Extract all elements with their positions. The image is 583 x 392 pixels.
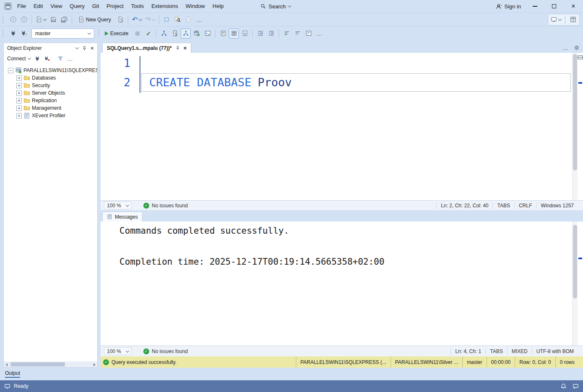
tree-expand-icon[interactable] bbox=[16, 113, 22, 119]
include-actual-plan-toggle[interactable] bbox=[181, 28, 191, 39]
menu-tools[interactable]: Tools bbox=[127, 0, 148, 13]
new-query-button[interactable]: New Query bbox=[75, 15, 114, 25]
menu-file[interactable]: File bbox=[13, 0, 30, 13]
messages-zoom-dropdown[interactable]: 100 % bbox=[104, 347, 132, 355]
tree-item-xevent-profiler[interactable]: XEvent Profiler bbox=[4, 112, 97, 119]
line-ending-status[interactable]: CRLF bbox=[514, 202, 536, 209]
scrollbar-thumb[interactable] bbox=[573, 225, 577, 299]
showplan-button[interactable] bbox=[159, 28, 169, 39]
maximize-button[interactable] bbox=[544, 0, 564, 13]
output-tab[interactable]: Output bbox=[5, 370, 20, 378]
selection-tool-button[interactable] bbox=[162, 15, 172, 25]
find-in-files-button[interactable] bbox=[173, 15, 183, 25]
close-panel-icon[interactable]: × bbox=[91, 45, 94, 51]
query-document-tab[interactable]: SQLQuery1.s...mpalu (77))* × bbox=[102, 43, 191, 53]
tree-item-security[interactable]: Security bbox=[4, 82, 97, 89]
editor-health-status[interactable]: No issues found bbox=[143, 203, 188, 209]
parse-button[interactable] bbox=[143, 28, 153, 39]
close-tab-icon[interactable]: × bbox=[184, 45, 187, 51]
tabs-mode-status[interactable]: TABS bbox=[485, 348, 507, 355]
editor-vertical-scrollbar[interactable] bbox=[572, 53, 578, 200]
toolbar-overflow-button[interactable]: … bbox=[314, 28, 324, 39]
disconnect-server-icon[interactable] bbox=[44, 56, 50, 62]
scroll-left-icon[interactable] bbox=[5, 363, 8, 366]
save-all-button[interactable] bbox=[59, 15, 69, 25]
feedback-dropdown-button[interactable] bbox=[549, 15, 562, 25]
execute-button[interactable]: Execute bbox=[101, 28, 132, 39]
document-outline-button[interactable] bbox=[184, 15, 194, 25]
tabs-mode-status[interactable]: TABS bbox=[492, 202, 514, 209]
close-button[interactable]: × bbox=[564, 0, 583, 13]
comment-selection-button[interactable] bbox=[282, 28, 292, 39]
menu-edit[interactable]: Edit bbox=[30, 0, 47, 13]
encoding-status[interactable]: UTF-8 with BOM bbox=[532, 348, 578, 355]
connect-server-icon[interactable] bbox=[34, 56, 40, 62]
toolbar-grip[interactable] bbox=[3, 16, 6, 23]
tree-expand-icon[interactable] bbox=[16, 98, 22, 103]
horizontal-scrollbar[interactable] bbox=[4, 361, 97, 367]
minimize-button[interactable] bbox=[525, 0, 544, 13]
window-position-chevron-icon[interactable] bbox=[75, 46, 79, 49]
editor-zoom-dropdown[interactable]: 100 % bbox=[104, 201, 132, 209]
results-to-grid-button[interactable] bbox=[229, 28, 239, 39]
menu-project[interactable]: Project bbox=[103, 0, 127, 13]
new-item-dropdown-button[interactable] bbox=[34, 15, 47, 25]
menu-git[interactable]: Git bbox=[88, 0, 103, 13]
change-connection-button[interactable] bbox=[19, 28, 29, 39]
open-query-button[interactable] bbox=[115, 15, 125, 25]
tree-collapse-icon[interactable] bbox=[8, 68, 13, 73]
menu-window[interactable]: Window bbox=[182, 0, 209, 13]
encoding-status[interactable]: Windows 1257 bbox=[536, 202, 578, 209]
tree-expand-icon[interactable] bbox=[16, 83, 22, 88]
scroll-right-icon[interactable] bbox=[93, 363, 96, 366]
tree-expand-icon[interactable] bbox=[16, 90, 22, 96]
notifications-bell-icon[interactable] bbox=[560, 383, 567, 389]
window-layout-button[interactable] bbox=[568, 15, 578, 25]
scrollbar-thumb[interactable] bbox=[10, 362, 65, 366]
navigate-forward-button[interactable] bbox=[19, 15, 29, 25]
toolbar-grip[interactable] bbox=[3, 30, 6, 37]
sql-editor-canvas[interactable]: 1 2 CREATE DATABASEProov bbox=[101, 53, 583, 200]
split-editor-handle[interactable] bbox=[578, 55, 583, 59]
code-line[interactable]: CREATE DATABASEProov bbox=[149, 73, 292, 92]
connect-dropdown[interactable]: Connect bbox=[7, 56, 31, 62]
sqlcmd-mode-toggle[interactable] bbox=[202, 28, 212, 39]
tree-item-server[interactable]: PARALLELSWIN11\SQLEXPRESS (SQ bbox=[4, 67, 97, 74]
menu-query[interactable]: Query bbox=[66, 0, 88, 13]
navigate-back-button[interactable] bbox=[8, 15, 18, 25]
messages-health-status[interactable]: No issues found bbox=[143, 348, 188, 354]
pin-icon[interactable] bbox=[175, 46, 180, 51]
tree-expand-icon[interactable] bbox=[16, 106, 22, 111]
feedback-icon[interactable] bbox=[573, 383, 579, 389]
tab-overflow-icon[interactable]: … bbox=[562, 44, 569, 51]
menu-help[interactable]: Help bbox=[209, 0, 228, 13]
tree-item-server-objects[interactable]: Server Objects bbox=[4, 89, 97, 97]
messages-vertical-scrollbar[interactable] bbox=[572, 222, 578, 346]
redo-button[interactable] bbox=[144, 15, 156, 25]
line-ending-status[interactable]: MIXED bbox=[507, 348, 532, 355]
tree-expand-icon[interactable] bbox=[16, 75, 22, 81]
decrease-indent-button[interactable] bbox=[255, 28, 265, 39]
sign-in-button[interactable]: Sign in bbox=[491, 3, 525, 10]
intellisense-toggle[interactable] bbox=[192, 28, 202, 39]
cancel-query-button[interactable] bbox=[132, 28, 143, 39]
results-to-text-button[interactable] bbox=[218, 28, 228, 39]
save-button[interactable] bbox=[48, 15, 58, 25]
search-control[interactable]: Search bbox=[257, 1, 294, 11]
messages-panel[interactable]: Commands completed successfully. Complet… bbox=[101, 222, 583, 346]
tree-item-management[interactable]: Management bbox=[4, 104, 97, 112]
toolbar-overflow-button[interactable]: … bbox=[194, 15, 205, 25]
available-databases-dropdown[interactable]: master bbox=[31, 28, 94, 39]
scrollbar-thumb[interactable] bbox=[573, 54, 577, 170]
pin-icon[interactable] bbox=[82, 46, 87, 51]
tree-item-replication[interactable]: Replication bbox=[4, 97, 97, 104]
specify-template-values-button[interactable] bbox=[303, 28, 314, 39]
connect-database-button[interactable] bbox=[8, 28, 18, 39]
messages-tab[interactable]: Messages bbox=[102, 211, 143, 222]
menu-view[interactable]: View bbox=[47, 0, 66, 13]
tree-item-databases[interactable]: Databases bbox=[4, 74, 97, 82]
undo-button[interactable] bbox=[131, 15, 143, 25]
filter-icon[interactable] bbox=[57, 56, 63, 62]
menu-extensions[interactable]: Extensions bbox=[148, 0, 182, 13]
gear-icon[interactable] bbox=[574, 45, 580, 51]
